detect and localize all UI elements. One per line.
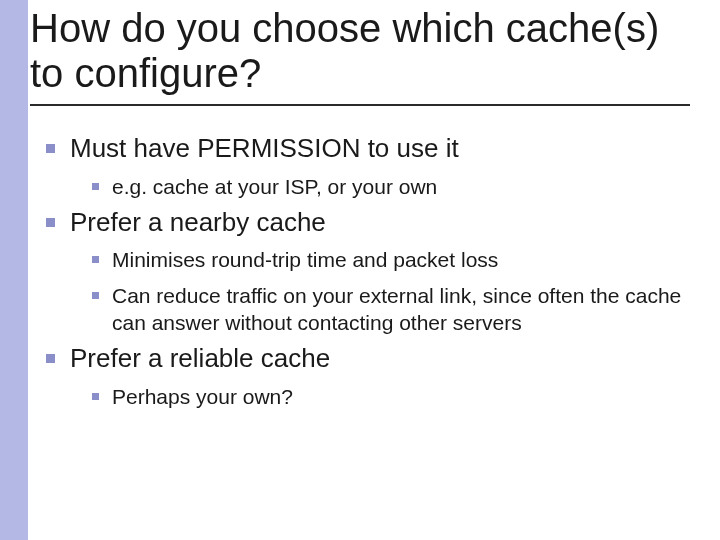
slide: How do you choose which cache(s) to conf… [0, 0, 720, 540]
bullet-nearby-rtt: Minimises round-trip time and packet los… [92, 246, 684, 273]
slide-title: How do you choose which cache(s) to conf… [30, 6, 690, 98]
title-underline [30, 104, 690, 106]
decorative-left-bar [0, 0, 28, 540]
bullet-nearby-traffic: Can reduce traffic on your external link… [92, 282, 684, 337]
slide-body: Must have PERMISSION to use it e.g. cach… [44, 126, 684, 414]
bullet-nearby: Prefer a nearby cache [44, 206, 684, 239]
bullet-reliable-own: Perhaps your own? [92, 383, 684, 410]
bullet-reliable: Prefer a reliable cache [44, 342, 684, 375]
bullet-permission: Must have PERMISSION to use it [44, 132, 684, 165]
bullet-permission-example: e.g. cache at your ISP, or your own [92, 173, 684, 200]
